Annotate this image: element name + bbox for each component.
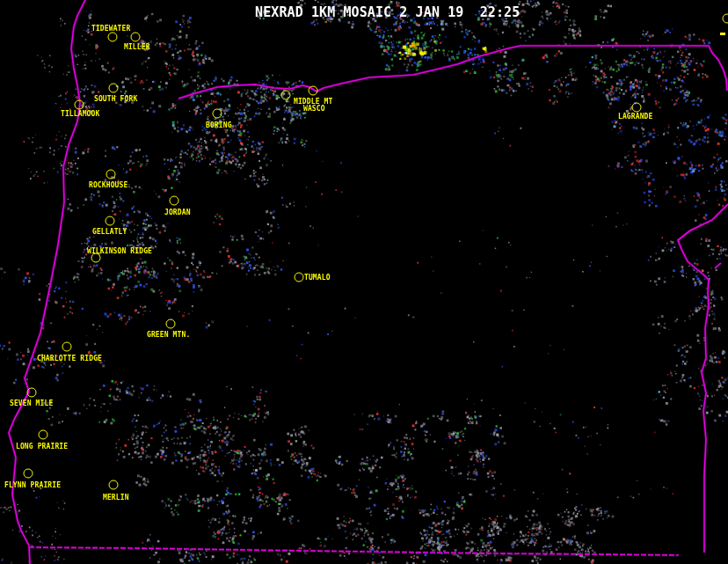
station-label-charlotte-ridge: CHARLOTTE RIDGE [37, 355, 102, 363]
station-ring-icon-middle-mt [281, 91, 291, 100]
station-label-wasco: WASCO [303, 105, 325, 113]
station-ring-icon-flynn-prairie [24, 469, 33, 479]
station-ring-icon-boring [213, 109, 222, 119]
station-label-green-mtn: GREEN MTN. [147, 331, 190, 339]
station-layer: TIDEWATERMILLERSOUTH FORKTILLAMOOKBORING… [0, 0, 728, 564]
station-label-boring: BORING [206, 121, 232, 129]
station-label-wilkinson-ridge: WILKINSON RIDGE [87, 247, 152, 255]
station-ring-icon-tidewater [108, 33, 118, 42]
station-label-miller: MILLER [124, 43, 150, 51]
station-label-seven-mile: SEVEN MILE [10, 399, 53, 407]
station-ring-icon-green-mtn [166, 319, 176, 329]
station-ring-icon-seven-mile [27, 388, 37, 398]
station-ring-icon-tumalo [295, 273, 304, 282]
station-label-tidewater: TIDEWATER [91, 25, 130, 33]
station-ring-icon-jordan [170, 196, 179, 206]
station-label-tumalo: TUMALO [304, 274, 331, 282]
station-label-merlin: MERLIN [103, 494, 129, 502]
station-ring-icon-edge-partial [723, 14, 728, 24]
station-ring-icon-lagrande [632, 103, 642, 113]
station-ring-icon-miller [131, 33, 141, 42]
mosaic-title: NEXRAD 1KM MOSAIC 2 JAN 19 22:25 [255, 5, 520, 20]
edge-label-fragment [720, 33, 725, 35]
station-ring-icon-long-prairie [39, 430, 48, 440]
station-label-rockhouse: ROCKHOUSE [89, 181, 127, 189]
radar-map: TIDEWATERMILLERSOUTH FORKTILLAMOOKBORING… [0, 0, 728, 564]
station-label-south-fork: SOUTH FORK [94, 95, 137, 103]
station-label-flynn-prairie: FLYNN PRAIRIE [4, 481, 61, 489]
station-ring-icon-rockhouse [106, 170, 116, 179]
station-label-jordan: JORDAN [164, 209, 191, 216]
station-ring-icon-gellatly [106, 216, 115, 226]
station-label-tillamook: TILLAMOOK [61, 110, 99, 118]
station-ring-icon-wasco [309, 86, 318, 96]
station-label-lagrande: LAGRANDE [618, 113, 653, 121]
station-ring-icon-merlin [109, 480, 119, 490]
station-ring-icon-tillamook [75, 100, 84, 110]
station-label-long-prairie: LONG PRAIRIE [16, 443, 68, 450]
station-label-gellatly: GELLATLY [92, 228, 127, 236]
station-ring-icon-charlotte-ridge [62, 342, 72, 352]
station-ring-icon-south-fork [109, 84, 119, 93]
